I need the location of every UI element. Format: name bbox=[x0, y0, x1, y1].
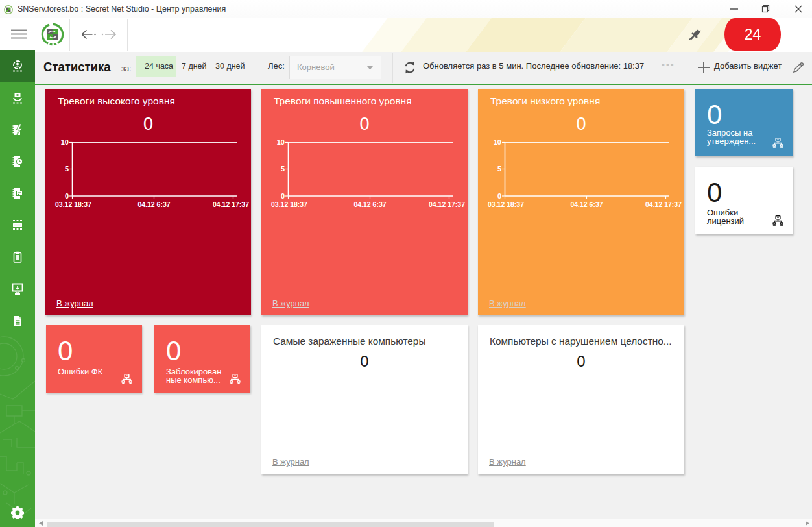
svg-text:10: 10 bbox=[494, 138, 501, 146]
svg-text:5: 5 bbox=[65, 165, 69, 173]
svg-text:04.12 6:37: 04.12 6:37 bbox=[137, 201, 170, 208]
svg-text:0: 0 bbox=[281, 192, 285, 200]
svg-text:03.12 18:37: 03.12 18:37 bbox=[55, 201, 91, 208]
svg-text:04.12 6:37: 04.12 6:37 bbox=[570, 201, 603, 208]
svg-text:5: 5 bbox=[281, 165, 285, 173]
svg-text:0: 0 bbox=[497, 192, 501, 200]
svg-text:03.12 18:37: 03.12 18:37 bbox=[488, 201, 524, 208]
svg-text:0: 0 bbox=[65, 192, 69, 200]
svg-text:04.12 17:37: 04.12 17:37 bbox=[645, 201, 682, 208]
svg-text:03.12 18:37: 03.12 18:37 bbox=[271, 201, 307, 208]
svg-text:04.12 17:37: 04.12 17:37 bbox=[213, 201, 249, 208]
svg-text:10: 10 bbox=[61, 138, 69, 146]
svg-text:04.12 6:37: 04.12 6:37 bbox=[353, 201, 386, 208]
svg-text:10: 10 bbox=[277, 138, 285, 146]
svg-text:04.12 17:37: 04.12 17:37 bbox=[429, 201, 465, 208]
svg-text:5: 5 bbox=[497, 165, 501, 173]
